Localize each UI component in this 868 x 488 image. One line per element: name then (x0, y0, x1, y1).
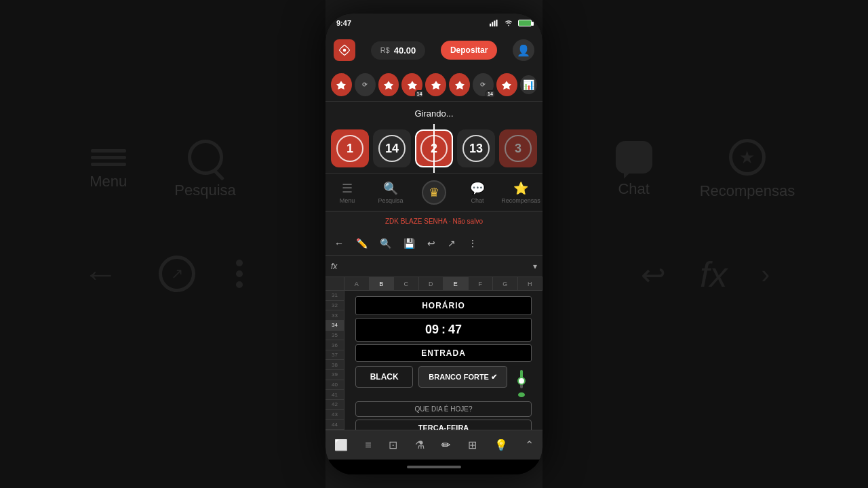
time-hours: 09 (425, 323, 439, 337)
bg-arrow-group: ← (83, 253, 118, 294)
game-icon-6[interactable] (449, 73, 470, 96)
nav-pesquisa[interactable]: 🔍 Pesquisa (369, 181, 412, 204)
game-icon-4[interactable]: 14 (401, 73, 422, 96)
col-h: H (518, 277, 543, 290)
ss-search-btn[interactable]: 🔍 (376, 236, 395, 251)
chat-nav-icon: 💬 (470, 181, 485, 196)
game-icon-2[interactable]: ⟳ (355, 73, 376, 96)
ss-bottom-filter-btn[interactable]: ⚗ (411, 436, 429, 454)
ss-back-btn[interactable]: ← (331, 236, 347, 251)
formula-bar: fx ▾ (326, 256, 542, 277)
search-nav-icon: 🔍 (383, 181, 398, 196)
branco-forte-button[interactable]: BRANCO FORTE ✔ (418, 366, 507, 388)
slider-container (511, 365, 532, 399)
spreadsheet-toolbar: ← ✏️ 🔍 💾 ↩ ↗ ⋮ (326, 231, 542, 256)
app-header: R$ 40.00 Depositar 👤 (326, 33, 542, 68)
slider-thumb[interactable] (517, 377, 526, 385)
bg-dots-group (236, 260, 243, 288)
ss-bottom-up-btn[interactable]: ⌃ (521, 436, 538, 454)
bg-share-icon: ↗ (159, 256, 195, 292)
bg-back-icon: ← (83, 253, 118, 294)
ss-bottom-bulb-btn[interactable]: 💡 (490, 436, 512, 454)
formula-dropdown-icon[interactable]: ▾ (533, 262, 537, 271)
ss-save-btn[interactable]: 💾 (400, 236, 418, 251)
entrada-box: ENTRADA (355, 344, 532, 362)
ss-bottom-table-btn[interactable]: ⊞ (464, 436, 481, 454)
crown-nav-icon: ♛ (422, 180, 446, 205)
row-32: 32 (326, 301, 344, 311)
time-minutes: 47 (448, 323, 462, 337)
bg-fx-icon: fx (700, 254, 727, 295)
star-nav-icon: ⭐ (513, 181, 528, 196)
ss-bottom-highlight-btn[interactable]: ✏ (437, 436, 454, 454)
app-logo (334, 39, 355, 61)
game-icon-7[interactable]: ⟳14 (473, 73, 494, 96)
spreadsheet-titlebar: ZDK BLAZE SENHA · Não salvo (326, 211, 542, 231)
row-41: 41 (326, 390, 344, 400)
bg-chevron-icon: › (761, 260, 770, 289)
ss-pen-btn[interactable]: ✏️ (353, 236, 371, 251)
row-35: 35 (326, 331, 344, 341)
black-button[interactable]: BLACK (355, 366, 413, 388)
slider-track (520, 370, 523, 388)
bg-recompensas-label: Recompensas (700, 182, 795, 200)
game-icon-5[interactable] (425, 73, 446, 96)
nav-menu[interactable]: ☰ Menu (326, 181, 369, 204)
bg-star-icon: ★ (729, 139, 766, 176)
ss-main-content: HORÁRIO 09 : 47 ENTRADA BLACK (344, 291, 542, 430)
ss-title-status: Não salvo (453, 218, 483, 225)
game-icon-8[interactable] (496, 73, 517, 96)
entry-buttons: BLACK BRANCO FORTE ✔ (355, 366, 507, 388)
col-b: B (370, 277, 395, 290)
ss-more-btn[interactable]: ⋮ (465, 236, 481, 251)
signal-icon (490, 20, 499, 26)
home-bar (326, 460, 542, 474)
chart-icon[interactable]: 📊 (520, 75, 537, 94)
formula-input[interactable] (341, 262, 529, 270)
row-34: 34 (326, 321, 344, 331)
ss-bottom-layout-btn[interactable]: ⊡ (384, 436, 401, 454)
ss-share-btn[interactable]: ↗ (444, 236, 459, 251)
bg-chat-group: Chat (616, 141, 652, 198)
nav-recompensas[interactable]: ⭐ Recompensas (499, 181, 542, 204)
svg-point-4 (343, 49, 347, 52)
game-icon-3[interactable] (378, 73, 399, 96)
roulette-item-2: 14 (373, 129, 411, 167)
bg-recompensas-group: ★ Recompensas (700, 139, 795, 200)
col-headers: A B C D E F G H (326, 277, 542, 291)
ss-bottom-toolbar: ⬜ ≡ ⊡ ⚗ ✏ ⊞ 💡 ⌃ (326, 430, 542, 460)
bg-menu-label: Menu (90, 173, 127, 190)
phone: 9:47 R$ 40.00 (326, 14, 542, 474)
bg-fx-group: fx (700, 254, 727, 295)
balance-amount: 40.00 (394, 45, 416, 56)
spinning-section: Girando... 1 14 2 13 3 (326, 102, 542, 173)
bg-search-icon (188, 140, 223, 175)
bg-search-group: Pesquisa (174, 140, 236, 199)
horario-box: HORÁRIO (355, 296, 532, 315)
ss-undo-btn[interactable]: ↩ (424, 236, 439, 251)
col-f: F (469, 277, 494, 290)
col-d: D (419, 277, 444, 290)
ss-bottom-screen-btn[interactable]: ⬜ (330, 436, 352, 454)
row-31: 31 (326, 291, 344, 301)
nav-chat[interactable]: 💬 Chat (456, 181, 499, 204)
game-icon-1[interactable] (331, 73, 352, 96)
row-44: 44 (326, 420, 344, 430)
chat-nav-label: Chat (471, 197, 484, 204)
nav-crown[interactable]: ♛ (412, 180, 456, 205)
bg-share-group: ↗ (159, 256, 195, 292)
game-bottom-nav: ☰ Menu 🔍 Pesquisa ♛ 💬 Chat ⭐ Recompensas (326, 173, 542, 211)
deposit-button[interactable]: Depositar (441, 41, 497, 60)
spreadsheet-grid: A B C D E F G H 31 32 33 34 35 36 37 38 … (326, 277, 542, 430)
time-box: 09 : 47 (355, 318, 532, 342)
recompensas-nav-label: Recompensas (501, 197, 540, 204)
currency-label: R$ (380, 46, 390, 54)
search-nav-label: Pesquisa (378, 197, 403, 204)
status-time: 9:47 (336, 19, 351, 27)
roulette-cursor (433, 124, 435, 173)
cells-area: HORÁRIO 09 : 47 ENTRADA BLACK (344, 291, 542, 430)
slider-end-dot (518, 392, 525, 397)
ss-bottom-list-btn[interactable]: ≡ (361, 436, 375, 454)
user-avatar[interactable]: 👤 (513, 39, 534, 61)
row-36: 36 (326, 340, 344, 350)
